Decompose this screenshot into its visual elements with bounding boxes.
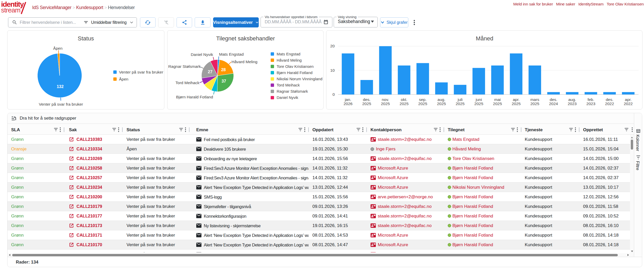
- svg-text:2025: 2025: [381, 101, 390, 106]
- svg-text:sep.: sep.: [419, 97, 426, 102]
- svg-text:Åpen: Åpen: [119, 77, 128, 81]
- svg-text:nov.: nov.: [382, 97, 389, 102]
- svg-text:Tord Meihack: Tord Meihack: [176, 81, 199, 85]
- svg-text:apr.: apr.: [513, 97, 520, 102]
- svg-text:Tilegnet saksbehandler: Tilegnet saksbehandler: [216, 35, 275, 42]
- svg-text:2025: 2025: [362, 101, 371, 106]
- svg-text:Håvard Meling: Håvard Meling: [277, 58, 302, 62]
- svg-text:0: 0: [332, 92, 335, 97]
- svg-text:2025: 2025: [456, 101, 464, 106]
- svg-text:Venter på svar fra bruker: Venter på svar fra bruker: [119, 70, 163, 74]
- svg-text:2025: 2025: [530, 101, 539, 106]
- svg-text:Åpen: Åpen: [53, 46, 62, 50]
- svg-text:37: 37: [221, 79, 226, 83]
- svg-text:2024: 2024: [549, 101, 558, 106]
- svg-text:Bjørn Harald Fotland: Bjørn Harald Fotland: [176, 95, 213, 99]
- svg-text:2025: 2025: [418, 101, 427, 106]
- svg-text:2022: 2022: [605, 101, 614, 106]
- svg-text:des.: des.: [550, 97, 557, 102]
- svg-text:Ragnar Stølsmark: Ragnar Stølsmark: [277, 89, 308, 93]
- svg-text:okt.: okt.: [401, 97, 407, 102]
- svg-text:10: 10: [330, 68, 335, 72]
- svg-text:28: 28: [221, 68, 226, 72]
- svg-text:juni: juni: [475, 97, 482, 102]
- svg-text:Tord Meihack: Tord Meihack: [277, 83, 300, 87]
- svg-text:Bjørn Harald Fotland: Bjørn Harald Fotland: [277, 70, 312, 75]
- svg-text:des.: des.: [363, 97, 370, 102]
- svg-text:jan.: jan.: [345, 97, 351, 102]
- svg-text:2022: 2022: [624, 101, 633, 106]
- svg-text:Status: Status: [78, 35, 94, 42]
- svg-text:27: 27: [208, 70, 213, 74]
- svg-text:2025: 2025: [437, 101, 446, 106]
- svg-text:Tore Olav Kristiansen: Tore Olav Kristiansen: [277, 64, 314, 69]
- svg-text:mai: mai: [494, 97, 501, 102]
- svg-text:feb.: feb.: [587, 97, 594, 102]
- svg-text:Mats Engstad: Mats Engstad: [277, 52, 300, 56]
- svg-text:des.: des.: [606, 97, 613, 102]
- svg-text:132: 132: [57, 84, 64, 89]
- svg-text:Mats Engstad: Mats Engstad: [219, 52, 244, 56]
- svg-text:2023: 2023: [586, 101, 595, 106]
- svg-text:2025: 2025: [474, 101, 483, 106]
- svg-text:Nikolai Norum Vinningland: Nikolai Norum Vinningland: [277, 77, 322, 81]
- svg-text:Måned: Måned: [476, 35, 493, 42]
- svg-text:Håvard Meling: Håvard Meling: [232, 60, 257, 64]
- svg-text:aug.: aug.: [568, 97, 576, 102]
- svg-text:juli: juli: [457, 97, 463, 102]
- svg-text:Venter på svar fra bruker: Venter på svar fra bruker: [39, 102, 83, 106]
- svg-text:2025: 2025: [400, 101, 408, 106]
- svg-text:20: 20: [330, 44, 335, 48]
- svg-text:2025: 2025: [512, 101, 521, 106]
- svg-text:Ragnar Stølsmark: Ragnar Stølsmark: [168, 64, 201, 69]
- svg-text:mars: mars: [530, 97, 540, 102]
- svg-text:Daniel Nyvik: Daniel Nyvik: [191, 52, 213, 57]
- svg-text:aug.: aug.: [438, 97, 445, 102]
- svg-text:2023: 2023: [568, 101, 577, 106]
- svg-text:2026: 2026: [344, 101, 352, 106]
- svg-text:Daniel Nyvik: Daniel Nyvik: [277, 95, 298, 100]
- svg-text:apr.: apr.: [625, 97, 632, 102]
- svg-text:2025: 2025: [493, 101, 502, 106]
